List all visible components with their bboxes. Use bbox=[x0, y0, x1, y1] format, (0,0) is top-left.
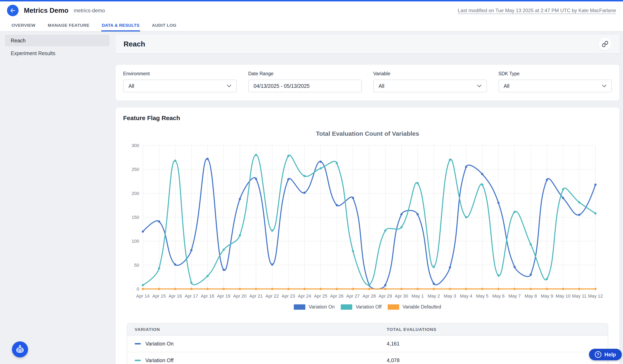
svg-text:May 11: May 11 bbox=[572, 293, 587, 299]
svg-text:May 8: May 8 bbox=[525, 293, 537, 299]
svg-text:Apr 28: Apr 28 bbox=[363, 293, 376, 299]
legend-label: Variation Off bbox=[356, 304, 381, 310]
filter-variable: Variable All bbox=[373, 71, 487, 92]
svg-text:May 1: May 1 bbox=[412, 293, 424, 299]
arrow-left-icon bbox=[10, 7, 16, 14]
chevron-down-icon bbox=[227, 84, 231, 87]
legend-label: Variation On bbox=[309, 304, 334, 310]
page-title: Metrics Demo bbox=[24, 7, 68, 14]
svg-text:Apr 30: Apr 30 bbox=[395, 293, 408, 299]
legend-swatch bbox=[294, 304, 305, 310]
filter-date-range: Date Range 04/13/2025 - 05/13/2025 bbox=[248, 71, 362, 92]
tab-audit-log[interactable]: AUDIT LOG bbox=[146, 20, 183, 31]
svg-text:50: 50 bbox=[134, 263, 139, 268]
table-header-row: VARIATION TOTAL EVALUATIONS bbox=[127, 324, 608, 336]
svg-text:250: 250 bbox=[132, 167, 139, 172]
svg-text:200: 200 bbox=[132, 191, 139, 196]
total-evaluations-value: 4,078 bbox=[387, 357, 608, 364]
svg-text:Apr 26: Apr 26 bbox=[330, 293, 344, 299]
tab-manage-feature[interactable]: MANAGE FEATURE bbox=[42, 20, 95, 31]
svg-text:Apr 19: Apr 19 bbox=[217, 293, 230, 299]
svg-text:May 4: May 4 bbox=[460, 293, 472, 299]
svg-text:0: 0 bbox=[137, 286, 139, 292]
legend-item-2[interactable]: Variable Defaulted bbox=[388, 304, 441, 310]
legend-item-1[interactable]: Variation Off bbox=[341, 304, 381, 310]
app-header: Metrics Demo metrics-demo Last modified … bbox=[0, 1, 623, 20]
variable-value: All bbox=[378, 83, 384, 89]
svg-text:150: 150 bbox=[132, 215, 139, 220]
sdk-type-label: SDK Type bbox=[498, 71, 612, 77]
svg-text:Apr 21: Apr 21 bbox=[249, 293, 263, 299]
svg-text:Apr 27: Apr 27 bbox=[346, 293, 360, 299]
svg-text:May 10: May 10 bbox=[556, 293, 571, 299]
chart-legend: Variation OnVariation OffVariable Defaul… bbox=[123, 304, 612, 310]
variable-select[interactable]: All bbox=[373, 80, 487, 92]
svg-text:May 7: May 7 bbox=[509, 293, 521, 299]
chart-area: 050100150200250300Apr 14Apr 15Apr 16Apr … bbox=[123, 141, 612, 303]
sidebar: ReachExperiment Results bbox=[5, 35, 110, 364]
variation-name: Variation On bbox=[145, 341, 174, 347]
main-content: Reach Environment All Date Range 04/13/2 bbox=[116, 35, 619, 364]
svg-text:Apr 15: Apr 15 bbox=[152, 293, 166, 299]
column-header-variation: VARIATION bbox=[127, 327, 387, 332]
chart-title: Total Evaluation Count of Variables bbox=[123, 130, 612, 137]
help-button[interactable]: ? Help bbox=[589, 349, 622, 360]
sidebar-item-reach[interactable]: Reach bbox=[5, 35, 110, 46]
svg-text:Apr 29: Apr 29 bbox=[378, 293, 392, 299]
legend-swatch bbox=[388, 304, 399, 310]
svg-text:May 3: May 3 bbox=[444, 293, 456, 299]
svg-text:Apr 24: Apr 24 bbox=[298, 293, 311, 299]
svg-text:Apr 22: Apr 22 bbox=[266, 293, 279, 299]
assistant-robot-button[interactable] bbox=[12, 341, 28, 357]
date-range-input[interactable]: 04/13/2025 - 05/13/2025 bbox=[248, 80, 362, 92]
link-icon bbox=[602, 41, 608, 47]
svg-text:Apr 16: Apr 16 bbox=[169, 293, 182, 299]
chevron-down-icon bbox=[477, 84, 482, 87]
feature-key: metrics-demo bbox=[74, 8, 105, 14]
svg-text:May 2: May 2 bbox=[428, 293, 440, 299]
variation-name: Variation Off bbox=[145, 357, 174, 364]
svg-text:300: 300 bbox=[132, 143, 139, 148]
environment-label: Environment bbox=[123, 71, 237, 77]
page-body: ReachExperiment Results Reach Environmen… bbox=[0, 31, 623, 364]
variation-cell: Variation On bbox=[127, 341, 387, 347]
svg-text:Apr 17: Apr 17 bbox=[185, 293, 198, 299]
robot-icon bbox=[15, 345, 25, 354]
sdk-type-select[interactable]: All bbox=[498, 80, 612, 92]
svg-text:100: 100 bbox=[132, 239, 139, 244]
chart-card-title: Feature Flag Reach bbox=[123, 115, 612, 121]
column-header-total-evaluations: TOTAL EVALUATIONS bbox=[387, 327, 608, 332]
last-modified-text[interactable]: Last modified on Tue May 13 2025 at 2:47… bbox=[458, 8, 616, 13]
svg-text:Apr 18: Apr 18 bbox=[201, 293, 214, 299]
total-evaluations-value: 4,161 bbox=[387, 341, 608, 347]
table-row: Variation On4,161 bbox=[127, 336, 608, 352]
variable-label: Variable bbox=[373, 71, 487, 77]
reach-chart-card: Feature Flag Reach Total Evaluation Coun… bbox=[116, 108, 619, 364]
svg-text:May 9: May 9 bbox=[541, 293, 553, 299]
series-color-dash bbox=[135, 360, 141, 361]
variation-table: VARIATION TOTAL EVALUATIONS Variation On… bbox=[127, 323, 608, 364]
copy-link-button[interactable] bbox=[599, 38, 611, 50]
tab-bar: OVERVIEWMANAGE FEATUREDATA & RESULTSAUDI… bbox=[0, 20, 623, 31]
svg-text:May 12: May 12 bbox=[588, 293, 603, 299]
section-title: Reach bbox=[124, 40, 145, 48]
tab-overview[interactable]: OVERVIEW bbox=[5, 20, 42, 31]
section-header: Reach bbox=[116, 35, 619, 54]
svg-text:Apr 23: Apr 23 bbox=[282, 293, 295, 299]
filter-sdk-type: SDK Type All bbox=[498, 71, 612, 92]
tab-data-results[interactable]: DATA & RESULTS bbox=[95, 20, 146, 31]
legend-swatch bbox=[341, 304, 352, 310]
svg-text:Apr 14: Apr 14 bbox=[136, 293, 150, 299]
help-button-label: Help bbox=[604, 351, 616, 358]
filters-card: Environment All Date Range 04/13/2025 - … bbox=[116, 65, 619, 101]
series-color-dash bbox=[135, 343, 141, 344]
legend-item-0[interactable]: Variation On bbox=[294, 304, 334, 310]
filter-environment: Environment All bbox=[123, 71, 237, 92]
sidebar-item-experiment-results[interactable]: Experiment Results bbox=[5, 47, 110, 59]
legend-label: Variable Defaulted bbox=[402, 304, 441, 310]
date-range-value: 04/13/2025 - 05/13/2025 bbox=[254, 83, 310, 89]
back-button[interactable] bbox=[7, 5, 19, 16]
evaluation-line-chart[interactable]: 050100150200250300Apr 14Apr 15Apr 16Apr … bbox=[123, 141, 609, 303]
environment-select[interactable]: All bbox=[123, 80, 237, 92]
svg-text:May 5: May 5 bbox=[476, 293, 489, 299]
